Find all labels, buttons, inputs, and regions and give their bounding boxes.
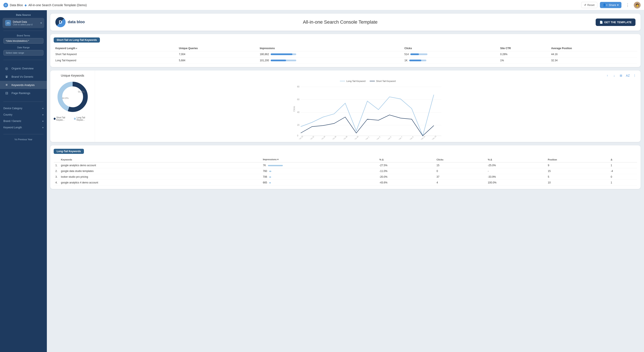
reset-label: Reset [587, 3, 594, 6]
impressions-value: 101,200 [260, 59, 269, 62]
imp-bar [269, 176, 271, 178]
chart-more-icon[interactable]: ⋮ [632, 73, 637, 78]
clicks-cell: 1K [403, 57, 498, 64]
imp-delta: -20.0% [378, 174, 435, 180]
col-impressions[interactable]: Impressions ▾ [261, 157, 378, 162]
data-source-arrow-icon: ▾ [40, 21, 42, 24]
chart-up-icon[interactable]: ↑ [605, 73, 610, 78]
short-tail-legend-label: Short Tail Keyword [376, 80, 396, 82]
sidebar-item-page-rankings[interactable]: ⊟ Page Rankings [0, 89, 47, 97]
logo-circle: D [55, 17, 66, 27]
imp-bar [268, 165, 283, 166]
topbar-logo: ◎ Data Bloo ◆ All-in-one Search Console … [4, 3, 87, 7]
table-row: 4. google analytics 4 demo account 665 -… [54, 180, 637, 186]
header-title: All-in-one Search Console Template [85, 19, 596, 25]
sidebar-divider-2 [4, 60, 44, 60]
filter-arrow-icon: ▾ [42, 114, 44, 116]
imp-value: 665 [263, 181, 267, 184]
app-logo-icon: ◎ [4, 3, 8, 7]
clicks-value: 1K [404, 59, 408, 62]
get-template-button[interactable]: 📄 GET THE TEMPLATE [596, 18, 636, 26]
reset-button[interactable]: ↺ Reset [581, 2, 597, 8]
clicks-delta: -33.9% [486, 174, 546, 180]
imp-delta: -27.5% [378, 162, 435, 168]
col-clicks: Clicks [435, 157, 486, 162]
avg-pos-value: 44.16 [550, 51, 637, 57]
topbar-right: ↺ Reset 👤+ Share ▾ ⋮ 🧑 [581, 2, 640, 8]
imp-delta: -43.6% [378, 180, 435, 186]
filter-brand-generic[interactable]: Brand / Generic ▾ [4, 118, 44, 124]
date-range-select[interactable]: Select date range [4, 50, 44, 55]
filter-label: Keyword Length [4, 126, 22, 129]
chart-down-icon[interactable]: ↓ [612, 73, 617, 78]
donut-panel: Unique Keywords 44.8% 55.2% Short Tail K… [50, 70, 95, 142]
svg-text:40: 40 [297, 111, 300, 113]
brand-terms-input[interactable] [4, 38, 44, 44]
filter-keyword-length[interactable]: Keyword Length ▾ [4, 124, 44, 131]
page-rankings-icon: ⊟ [4, 91, 9, 95]
pos-delta: 1 [609, 162, 637, 168]
legend-long-tail: Long Tail Keywo... [74, 116, 91, 121]
svg-text:Nov 3: Nov 3 [376, 136, 381, 139]
filter-country[interactable]: Country ▾ [4, 111, 44, 118]
sidebar-item-label: Brand Vs Generic [12, 75, 34, 78]
user-avatar[interactable]: 🧑 [634, 2, 640, 8]
sidebar-item-keywords-analysis[interactable]: ≡ Keywords Analysis [0, 81, 47, 89]
chart-az-icon[interactable]: AZ [625, 73, 630, 78]
section-tag-short-long: Short-Tail vs Long-Tail Keywords [54, 37, 100, 42]
chart-expand-icon[interactable]: ⊞ [618, 73, 624, 78]
sidebar: Data Source 🗃 Default Data Click to sele… [0, 10, 47, 352]
sidebar-item-label: Organic Overview [12, 67, 34, 70]
charts-panel: Unique Keywords 44.8% 55.2% Short Tail K… [50, 70, 640, 142]
section-tag-longtail: Long-Tail Keywords [54, 149, 84, 154]
topbar-app-name: Data Bloo ◆ All-in-one Search Console Te… [10, 3, 87, 7]
col-unique-queries: Unique Queries [177, 45, 258, 51]
sidebar-divider-3 [4, 101, 44, 102]
avg-pos-value: 32.34 [550, 57, 637, 64]
header-logo: D data bloo [55, 17, 85, 27]
template-icon: 📄 [600, 21, 603, 24]
svg-text:20: 20 [297, 124, 300, 126]
keyword-cell: google analytics 4 demo account [59, 180, 261, 186]
position-value: 10 [546, 180, 609, 186]
sidebar-divider-1 [4, 31, 44, 31]
clicks-value: 0 [435, 168, 486, 174]
sidebar-item-brand-vs-generic[interactable]: ♛ Brand Vs Generic [0, 72, 47, 81]
topbar: ◎ Data Bloo ◆ All-in-one Search Console … [0, 0, 644, 10]
keyword-cell: google data studio templates [59, 168, 261, 174]
long-tail-line-color [340, 81, 345, 81]
col-clicks-delta: % Δ [486, 157, 546, 162]
col-keyword-length[interactable]: Keyword Length ▾ [54, 45, 177, 51]
share-button[interactable]: 👤+ Share ▾ [600, 2, 622, 8]
page-title-text: All-in-one Search Console Template (Demo… [28, 3, 87, 7]
svg-text:Oct 30: Oct 30 [354, 136, 359, 139]
ctr-value: 1% [498, 57, 550, 64]
brand-vs-generic-icon: ♛ [4, 75, 9, 79]
svg-text:Nov 9: Nov 9 [409, 136, 414, 139]
more-options-button[interactable]: ⋮ [624, 2, 631, 8]
clicks-delta: -25.0% [486, 162, 546, 168]
brand-terms-section: Brand Terms [0, 33, 47, 45]
col-keywords: Keywords [59, 157, 261, 162]
row-num: 3. [54, 174, 59, 180]
imp-bar [269, 171, 271, 172]
data-source-main: Default Data [13, 20, 39, 23]
logo-text: data bloo [68, 20, 85, 24]
imp-delta: -11.0% [378, 168, 435, 174]
svg-text:0: 0 [297, 134, 298, 137]
col-num [54, 157, 59, 162]
filter-arrow-icon: ▾ [42, 126, 44, 129]
sidebar-item-organic-overview[interactable]: ◎ Organic Overview [0, 64, 47, 72]
logo-text-block: data bloo [68, 20, 85, 24]
vs-previous-year-label: Vs Previous Year [0, 137, 47, 142]
header-card: D data bloo All-in-one Search Console Te… [50, 14, 640, 31]
data-source-selector[interactable]: 🗃 Default Data Click to select your d ▾ [2, 18, 44, 28]
data-source-title: Data Source [0, 10, 47, 18]
col-impressions: Impressions [258, 45, 403, 51]
organic-overview-icon: ◎ [4, 66, 9, 70]
filter-device-category[interactable]: Device Category ▾ [4, 105, 44, 111]
clicks-value: 37 [435, 174, 486, 180]
long-tail-dot [74, 118, 76, 120]
col-clicks: Clicks [403, 45, 498, 51]
line-chart-panel: ↑ ↓ ⊞ AZ ⋮ Long Tail Keyword Short Tail … [95, 70, 640, 142]
